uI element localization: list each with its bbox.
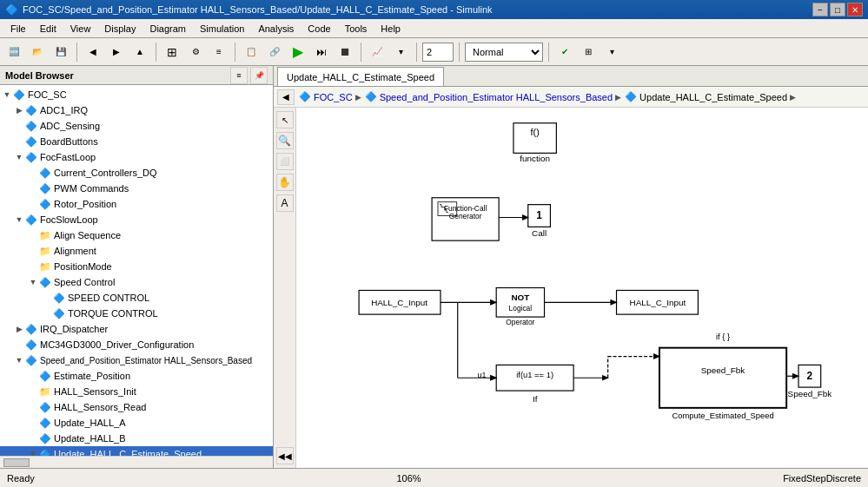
expander-focslow[interactable]: ▼: [14, 214, 24, 225]
menu-diagram[interactable]: Diagram: [142, 22, 193, 36]
expander-focfast[interactable]: ▼: [14, 152, 24, 162]
toolbar-more[interactable]: ▾: [601, 42, 622, 63]
toolbar-grid[interactable]: ⊞: [578, 42, 599, 63]
tree-node-hall-read[interactable]: 🔷 HALL_Sensors_Read: [0, 399, 273, 415]
menu-display[interactable]: Display: [97, 22, 142, 36]
browser-pin[interactable]: 📌: [250, 67, 268, 84]
palette-zoom-box[interactable]: ⬜: [276, 153, 294, 170]
tree-node-adc1[interactable]: ▶ 🔷 ADC1_IRQ: [0, 102, 273, 118]
tree-node-update-hall-b[interactable]: 🔷 Update_HALL_B: [0, 431, 273, 446]
tree-node-focslowloop[interactable]: ▼ 🔷 FocSlowLoop: [0, 212, 273, 227]
sim-time-input[interactable]: [422, 43, 454, 62]
menu-simulation[interactable]: Simulation: [193, 22, 251, 36]
model-icon-speed-pos: 🔷: [24, 353, 38, 367]
block-icon-rotor: 🔷: [38, 197, 52, 211]
toolbar-something[interactable]: ≡: [209, 42, 229, 63]
step-forward-button[interactable]: ⏭: [311, 42, 332, 63]
menu-file[interactable]: File: [3, 22, 33, 36]
block-icon-mc34: 🔷: [24, 338, 38, 352]
toolbar-open[interactable]: 📂: [27, 42, 48, 63]
expander-board[interactable]: [14, 136, 24, 147]
toolbar-plot[interactable]: 📈: [367, 42, 388, 63]
toolbar-save[interactable]: 💾: [50, 42, 71, 63]
label-update-hall-b: Update_HALL_B: [54, 433, 126, 444]
expander-adc-sensing[interactable]: [14, 121, 24, 131]
toolbar-model-settings[interactable]: ⚙: [185, 42, 206, 63]
tree-node-speed-control[interactable]: ▼ 🔷 Speed Control: [0, 274, 273, 290]
expander-speed-pos[interactable]: ▼: [14, 355, 24, 365]
label-alignment: Alignment: [54, 246, 96, 256]
tree-node-torque-ctrl[interactable]: 🔷 TORQUE CONTROL: [0, 306, 273, 321]
tree-node-align-seq[interactable]: 📁 Align Sequence: [0, 227, 273, 243]
bc-arrow-1: ▶: [615, 93, 621, 102]
toolbar-dropdown[interactable]: ▾: [390, 42, 411, 63]
breadcrumb-back-btn[interactable]: ◀: [277, 89, 295, 105]
tree-node-positionmode[interactable]: 📁 PositionMode: [0, 259, 273, 274]
palette-select[interactable]: ↖: [276, 111, 294, 128]
model-browser-title: Model Browser: [5, 70, 74, 81]
tree-node-speed-pos-est[interactable]: ▼ 🔷 Speed_and_Position_Estimator HALL_Se…: [0, 352, 273, 368]
svg-rect-35: [659, 348, 786, 408]
folder-icon-hall-init: 📁: [38, 385, 52, 398]
tree-node-rotor[interactable]: 🔷 Rotor_Position: [0, 196, 273, 212]
svg-text:Logical: Logical: [509, 304, 533, 313]
tree-node-board-buttons[interactable]: 🔷 BoardButtons: [0, 134, 273, 149]
tree-node-update-hall-a[interactable]: 🔷 Update_HALL_A: [0, 415, 273, 431]
label-foc-sc: FOC_SC: [28, 89, 67, 100]
toolbar-something3[interactable]: 🔗: [264, 42, 285, 63]
tree-node-adc-sensing[interactable]: 🔷 ADC_Sensing: [0, 118, 273, 134]
menu-help[interactable]: Help: [374, 22, 407, 36]
palette-pan[interactable]: ✋: [276, 174, 294, 191]
minimize-button[interactable]: −: [812, 3, 828, 16]
label-focfastloop: FocFastLoop: [40, 152, 96, 162]
tree-node-irq[interactable]: ▶ 🔷 IRQ_Dispatcher: [0, 321, 273, 337]
palette-text[interactable]: A: [276, 194, 294, 212]
tab-update-hall-c[interactable]: Update_HALL_C_Estimate_Speed: [277, 67, 444, 86]
menu-tools[interactable]: Tools: [338, 22, 374, 36]
breadcrumb-item-0[interactable]: FOC_SC: [314, 92, 353, 102]
tree-node-foc-sc[interactable]: ▼ 🔷 FOC_SC: [0, 87, 273, 102]
maximize-button[interactable]: □: [830, 3, 845, 16]
browser-options[interactable]: ≡: [230, 67, 248, 84]
palette-collapse[interactable]: ◀◀: [276, 447, 294, 464]
tree-area[interactable]: ▼ 🔷 FOC_SC ▶ 🔷 ADC1_IRQ 🔷 ADC_Sensing 🔷 …: [0, 85, 273, 456]
toolbar-up[interactable]: ▲: [129, 42, 150, 63]
block-icon-torque-ctrl: 🔷: [52, 306, 66, 320]
run-button[interactable]: ▶: [288, 42, 308, 63]
tree-horizontal-scroll[interactable]: [0, 456, 273, 468]
tree-node-update-hall-c[interactable]: ▼ 🔷 Update_HALL_C_Estimate_Speed: [0, 446, 273, 456]
menu-analysis[interactable]: Analysis: [251, 22, 301, 36]
tree-node-speed-ctrl-leaf[interactable]: 🔷 SPEED CONTROL: [0, 290, 273, 306]
palette-zoom-in[interactable]: 🔍: [276, 132, 294, 149]
sim-mode-select[interactable]: Normal Accelerator: [465, 43, 543, 62]
tree-node-mc34[interactable]: 🔷 MC34GD3000_Driver_Configuration: [0, 337, 273, 352]
toolbar-back[interactable]: ◀: [83, 42, 103, 63]
toolbar-simulink-lib[interactable]: ⊞: [162, 42, 182, 63]
block-icon-pwm: 🔷: [38, 181, 52, 195]
menu-code[interactable]: Code: [301, 22, 337, 36]
tree-node-alignment[interactable]: 📁 Alignment: [0, 243, 273, 259]
close-button[interactable]: ✕: [847, 3, 863, 16]
svg-text:Operator: Operator: [506, 318, 534, 326]
toolbar-check[interactable]: ✔: [554, 42, 575, 63]
expander-speed-ctrl[interactable]: ▼: [28, 277, 38, 287]
menu-edit[interactable]: Edit: [33, 22, 63, 36]
tree-node-hall-init[interactable]: 📁 HALL_Sensors_Init: [0, 384, 273, 399]
app-icon: 🔷: [5, 3, 18, 16]
toolbar-new[interactable]: 🆕: [3, 42, 24, 63]
menu-view[interactable]: View: [63, 22, 98, 36]
toolbar-forward[interactable]: ▶: [106, 42, 127, 63]
tree-node-pwm[interactable]: 🔷 PWM Commands: [0, 181, 273, 196]
tree-node-focfastloop[interactable]: ▼ 🔷 FocFastLoop: [0, 149, 273, 165]
toolbar-something2[interactable]: 📋: [241, 42, 262, 63]
tree-node-est-pos[interactable]: 🔷 Estimate_Position: [0, 368, 273, 384]
expander-foc-sc[interactable]: ▼: [2, 89, 12, 100]
label-torque-ctrl: TORQUE CONTROL: [68, 308, 158, 319]
diagram-canvas[interactable]: f() function Function-Call Generator: [296, 108, 868, 468]
diagram-svg: f() function Function-Call Generator: [296, 108, 868, 468]
stop-button[interactable]: ⏹: [335, 42, 355, 63]
breadcrumb-item-1[interactable]: Speed_and_Position_Estimator HALL_Sensor…: [380, 92, 613, 102]
label-align-seq: Align Sequence: [54, 230, 121, 240]
expander-adc1[interactable]: ▶: [14, 105, 24, 115]
tree-node-current-ctrl[interactable]: 🔷 Current_Controllers_DQ: [0, 165, 273, 181]
